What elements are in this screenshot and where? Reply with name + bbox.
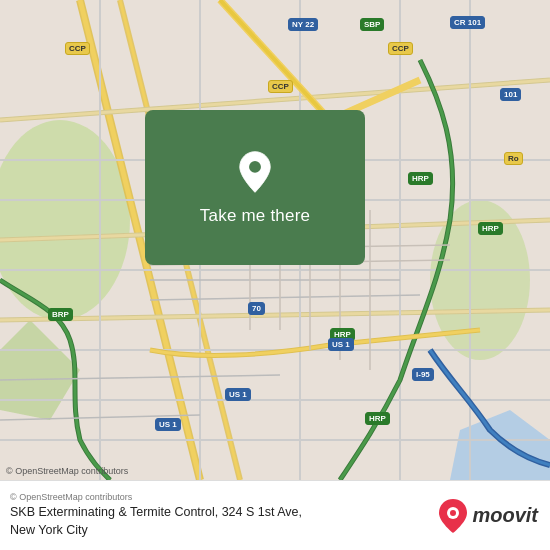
road-badge-101: 101 [500,88,521,101]
road-badge-ro: Ro [504,152,523,165]
road-badge-ccp3: CCP [388,42,413,55]
svg-point-40 [249,161,261,173]
bottom-bar: © OpenStreetMap contributors SKB Extermi… [0,480,550,550]
road-badge-ny22: NY 22 [288,18,318,31]
moovit-text: moovit [472,504,538,527]
road-badge-sbp: SBP [360,18,384,31]
take-me-there-button[interactable]: Take me there [200,206,310,226]
road-badge-hrp1: HRP [408,172,433,185]
map-container: Take me there NY 22 SBP CR 101 CCP CCP C… [0,0,550,480]
road-badge-i95: I-95 [412,368,434,381]
location-pin-icon [233,150,277,194]
moovit-pin-icon [438,498,468,534]
moovit-logo: moovit [438,498,538,534]
road-badge-hrp4: HRP [365,412,390,425]
osm-credit-bottom: © OpenStreetMap contributors [10,492,438,502]
osm-credit: © OpenStreetMap contributors [6,466,128,476]
location-text: SKB Exterminating & Termite Control, 324… [10,504,438,539]
road-badge-ccp2: CCP [268,80,293,93]
address-line1: SKB Exterminating & Termite Control, 324… [10,505,302,519]
road-badge-us1-1: US 1 [328,338,354,351]
road-badge-cr101: CR 101 [450,16,485,29]
road-badge-ccp1: CCP [65,42,90,55]
take-me-there-panel: Take me there [145,110,365,265]
address-line2: New York City [10,523,88,537]
road-badge-70: 70 [248,302,265,315]
road-badge-hrp2: HRP [478,222,503,235]
road-badge-us1-2: US 1 [225,388,251,401]
road-badge-us1-3: US 1 [155,418,181,431]
bottom-left: © OpenStreetMap contributors SKB Extermi… [10,492,438,539]
road-badge-brp: BRP [48,308,73,321]
svg-point-42 [450,510,456,516]
